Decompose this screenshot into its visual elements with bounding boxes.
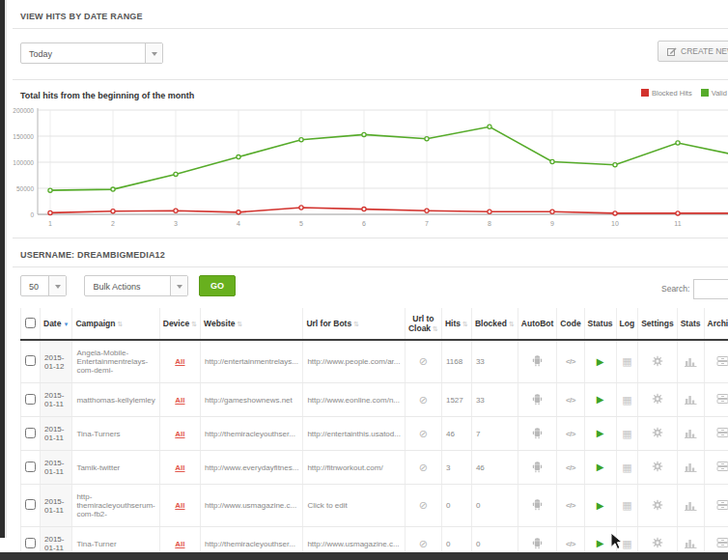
- sort-icon[interactable]: ⇅: [191, 321, 197, 327]
- log-icon[interactable]: ▦: [622, 499, 631, 511]
- sort-icon[interactable]: ⇅: [117, 321, 123, 327]
- autobot-android-icon[interactable]: [531, 498, 544, 511]
- website-cell[interactable]: http://entertainmentrelays...: [201, 340, 303, 383]
- chart-panel: Total hits from the beginning of the mon…: [13, 80, 728, 236]
- stats-barchart-icon[interactable]: [685, 393, 697, 405]
- status-play-icon[interactable]: ▶: [597, 462, 604, 472]
- stats-barchart-icon[interactable]: [685, 499, 697, 511]
- archive-box-icon[interactable]: [716, 393, 728, 405]
- archive-box-icon[interactable]: [716, 537, 728, 548]
- code-icon[interactable]: </>: [566, 357, 575, 366]
- row-checkbox-cell: [21, 485, 41, 527]
- date-cell: 2015-01-12: [41, 340, 72, 383]
- url-cloak-icon[interactable]: ⊘: [419, 538, 428, 549]
- log-icon[interactable]: ▦: [622, 355, 631, 367]
- column-header-blocked[interactable]: Blocked⇅: [471, 308, 518, 340]
- url-for-bots-cell[interactable]: http://www.people.com/ar...: [303, 340, 406, 383]
- row-checkbox[interactable]: [25, 394, 36, 405]
- status-play-icon[interactable]: ▶: [597, 428, 604, 438]
- archive-box-icon[interactable]: [716, 461, 728, 472]
- sort-icon[interactable]: ⇅: [353, 321, 359, 327]
- url-for-bots-cell[interactable]: http://www.eonline.com/n...: [303, 383, 406, 417]
- code-icon[interactable]: </>: [566, 540, 575, 548]
- url-cloak-icon[interactable]: ⊘: [419, 355, 428, 367]
- url-for-bots-cell[interactable]: Click to edit: [303, 485, 406, 527]
- device-link[interactable]: All: [175, 501, 184, 510]
- log-icon[interactable]: ▦: [622, 538, 631, 549]
- settings-gear-icon[interactable]: [652, 499, 663, 511]
- row-checkbox[interactable]: [25, 355, 36, 366]
- create-new-campaign-button[interactable]: CREATE NEW CAMPAIGN: [658, 41, 728, 62]
- status-play-icon[interactable]: ▶: [597, 394, 604, 405]
- column-header-device[interactable]: Device⇅: [159, 308, 200, 340]
- autobot-android-icon[interactable]: [531, 393, 544, 406]
- status-cell: ▶: [584, 451, 616, 485]
- device-link[interactable]: All: [175, 430, 184, 438]
- website-cell[interactable]: http://www.usmagazine.c...: [201, 485, 303, 527]
- date-range-select[interactable]: Today: [20, 42, 163, 64]
- url-cloak-icon[interactable]: ⊘: [419, 428, 428, 439]
- search-input[interactable]: [693, 279, 728, 299]
- website-cell[interactable]: http://gameshownews.net: [201, 383, 303, 417]
- log-icon[interactable]: ▦: [622, 462, 631, 473]
- device-link[interactable]: All: [175, 463, 184, 472]
- page-size-select[interactable]: 50: [20, 275, 67, 296]
- device-link[interactable]: All: [175, 396, 184, 405]
- device-link[interactable]: All: [175, 540, 184, 548]
- column-header-website[interactable]: Website⇅: [201, 308, 303, 340]
- url-cloak-icon[interactable]: ⊘: [419, 499, 428, 511]
- code-icon[interactable]: </>: [566, 463, 575, 472]
- status-play-icon[interactable]: ▶: [597, 538, 604, 548]
- code-icon[interactable]: </>: [566, 396, 575, 405]
- log-cell: ▦: [616, 383, 638, 417]
- sort-icon[interactable]: ⇅: [509, 321, 515, 327]
- row-checkbox[interactable]: [25, 538, 36, 548]
- status-play-icon[interactable]: ▶: [597, 356, 604, 367]
- status-play-icon[interactable]: ▶: [597, 500, 604, 511]
- website-cell[interactable]: http://www.everydayfitnes...: [201, 451, 303, 485]
- url-for-bots-cell[interactable]: http://entertainthis.usatod...: [303, 417, 406, 451]
- stats-barchart-icon[interactable]: [685, 537, 697, 548]
- row-checkbox[interactable]: [25, 428, 36, 438]
- code-icon[interactable]: </>: [566, 430, 575, 438]
- settings-gear-icon[interactable]: [652, 461, 663, 472]
- url-cloak-icon[interactable]: ⊘: [419, 462, 428, 473]
- archive-box-icon[interactable]: [716, 499, 728, 511]
- archive-box-icon[interactable]: [716, 427, 728, 438]
- autobot-android-icon[interactable]: [531, 537, 544, 549]
- stats-barchart-icon[interactable]: [685, 355, 697, 367]
- row-checkbox[interactable]: [25, 462, 36, 472]
- log-icon[interactable]: ▦: [622, 428, 631, 439]
- autobot-android-icon[interactable]: [531, 461, 544, 473]
- website-cell[interactable]: http://themiracleyouthser...: [201, 417, 303, 451]
- column-header-campaign[interactable]: Campaign⇅: [72, 308, 159, 340]
- settings-gear-icon[interactable]: [652, 427, 663, 438]
- column-header-url-to-cloak[interactable]: Url to Cloak⇅: [405, 308, 441, 340]
- column-header-hits[interactable]: Hits⇅: [441, 308, 471, 340]
- sort-icon[interactable]: ⇅: [462, 321, 468, 327]
- settings-gear-icon[interactable]: [652, 537, 663, 548]
- column-header-date[interactable]: Date▼: [41, 308, 72, 340]
- column-header-url-for-bots[interactable]: Url for Bots⇅: [303, 308, 406, 340]
- autobot-android-icon[interactable]: [531, 427, 544, 439]
- go-button[interactable]: GO: [199, 275, 236, 296]
- select-all-checkbox[interactable]: [25, 318, 36, 328]
- url-for-bots-cell[interactable]: http://fitnworkout.com/: [303, 451, 406, 485]
- stats-barchart-icon[interactable]: [685, 427, 697, 438]
- sort-icon[interactable]: ⇅: [237, 321, 242, 327]
- sort-icon[interactable]: ⇅: [433, 325, 438, 332]
- archive-cell: [704, 451, 728, 485]
- legend-swatch: [641, 89, 649, 97]
- autobot-android-icon[interactable]: [531, 354, 544, 367]
- url-cloak-icon[interactable]: ⊘: [419, 394, 428, 406]
- stats-barchart-icon[interactable]: [685, 461, 697, 472]
- archive-box-icon[interactable]: [716, 355, 728, 367]
- row-checkbox[interactable]: [25, 499, 36, 510]
- sort-active-icon[interactable]: ▼: [63, 322, 69, 327]
- settings-gear-icon[interactable]: [652, 393, 663, 405]
- device-link[interactable]: All: [175, 357, 184, 366]
- log-icon[interactable]: ▦: [622, 394, 631, 406]
- settings-gear-icon[interactable]: [652, 355, 663, 367]
- bulk-actions-select[interactable]: Bulk Actions: [84, 275, 188, 296]
- code-icon[interactable]: </>: [566, 501, 575, 510]
